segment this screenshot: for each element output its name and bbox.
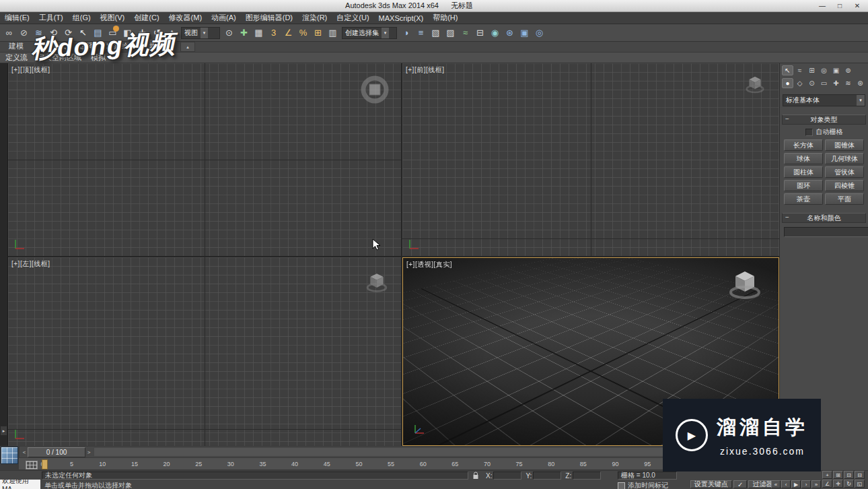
cat-helpers[interactable]: ✚ xyxy=(830,78,842,88)
unlink-selection-icon[interactable]: ⊘ xyxy=(17,26,31,40)
snaps-toggle-icon[interactable]: 3 xyxy=(266,26,281,40)
cat-shapes[interactable]: ◇ xyxy=(794,78,805,88)
graphite-ribbon-icon[interactable]: ▨ xyxy=(443,26,458,40)
maxscript-mini-listener[interactable]: 欢迎使用 MA xyxy=(0,480,40,489)
material-editor-icon[interactable]: ◉ xyxy=(488,26,502,40)
create-teapot-button[interactable]: 茶壶 xyxy=(784,193,823,205)
play-button[interactable]: ▶ xyxy=(791,480,801,488)
create-cylinder-button[interactable]: 圆柱体 xyxy=(784,166,823,178)
align-icon[interactable]: ≡ xyxy=(414,26,428,40)
tab-create[interactable]: ↖ xyxy=(782,65,793,75)
chevron-down-icon[interactable]: ▾ xyxy=(857,95,865,106)
spinner-snap-icon[interactable]: ⊞ xyxy=(311,26,325,40)
viewcube-gizmo[interactable] xyxy=(365,271,389,295)
object-name-input[interactable] xyxy=(784,227,868,237)
angle-snap-icon[interactable]: ∠ xyxy=(281,26,295,40)
named-selection-dropdown[interactable]: 创建选择集 ▾ xyxy=(342,27,397,39)
rollout-object-type[interactable]: − 对象类型 xyxy=(782,115,866,125)
viewport-front[interactable]: [+][前][线框] xyxy=(402,63,779,256)
cat-systems[interactable]: ⊛ xyxy=(855,78,866,88)
populate-define-flow-button[interactable]: 定义流 xyxy=(3,53,30,63)
use-pivot-center-icon[interactable]: ⊙ xyxy=(222,26,236,40)
coordinate-value[interactable] xyxy=(573,471,601,480)
create-cone-button[interactable]: 圆锥体 xyxy=(825,139,864,151)
tab-hierarchy[interactable]: ⊞ xyxy=(806,65,818,75)
menu-item[interactable]: 工具(T) xyxy=(34,13,68,23)
cat-geometry[interactable]: ● xyxy=(782,78,793,88)
zoom-extents-icon[interactable]: ⊡ xyxy=(844,471,854,479)
autogrid-checkbox[interactable] xyxy=(805,129,813,136)
close-button[interactable]: ✕ xyxy=(853,2,861,9)
maximize-viewport-icon[interactable]: ◱ xyxy=(855,480,865,488)
rail-expand-arrow-icon[interactable]: ▸ xyxy=(1,426,7,435)
create-tube-button[interactable]: 管状体 xyxy=(825,166,864,178)
create-plane-button[interactable]: 平面 xyxy=(825,193,864,205)
viewport-left[interactable]: [+][左][线框] xyxy=(8,257,401,446)
keyboard-override-icon[interactable]: ▦ xyxy=(252,26,266,40)
zoom-icon[interactable]: + xyxy=(822,471,832,479)
cat-lights[interactable]: ⊙ xyxy=(806,78,818,88)
chevron-down-icon[interactable]: ▾ xyxy=(382,28,389,38)
ribbon-tab-modeling[interactable]: 建模 xyxy=(3,40,30,52)
add-time-tag[interactable]: 添加时间标记 xyxy=(618,481,668,489)
rollout-name-color[interactable]: − 名称和颜色 xyxy=(782,213,866,223)
field-of-view-icon[interactable]: ∠ xyxy=(822,480,832,488)
render-production-icon[interactable]: ◎ xyxy=(532,26,546,40)
minimize-button[interactable]: — xyxy=(818,2,826,9)
viewcube-gizmo[interactable] xyxy=(359,74,390,105)
ribbon-minimize-button[interactable]: ▴ xyxy=(180,42,195,52)
menu-item[interactable]: MAXScript(X) xyxy=(374,14,429,22)
layer-manager-icon[interactable]: ▧ xyxy=(429,26,443,40)
render-setup-icon[interactable]: ⊛ xyxy=(503,26,517,40)
orbit-icon[interactable]: ↻ xyxy=(844,480,854,488)
tab-motion[interactable]: ◎ xyxy=(818,65,830,75)
viewport-top[interactable]: [+][顶][线框] xyxy=(8,63,401,256)
create-box-button[interactable]: 长方体 xyxy=(784,139,823,151)
next-frame-button[interactable]: › xyxy=(801,480,811,488)
coordinate-value[interactable] xyxy=(533,471,561,480)
maximize-button[interactable]: □ xyxy=(836,2,844,9)
cat-space-warps[interactable]: ≋ xyxy=(842,78,854,88)
reference-coordinate-dropdown[interactable]: 视图 ▾ xyxy=(181,27,220,39)
go-to-end-button[interactable]: » xyxy=(811,480,821,488)
menu-item[interactable]: 自定义(U) xyxy=(332,13,373,23)
percent-snap-icon[interactable]: % xyxy=(296,26,310,40)
create-geosphere-button[interactable]: 几何球体 xyxy=(825,153,864,164)
mini-grid-icon[interactable] xyxy=(26,461,38,469)
zoom-all-icon[interactable]: ⊞ xyxy=(833,471,843,479)
viewport-label-front[interactable]: [+][前][线框] xyxy=(406,65,445,75)
selection-lock-icon[interactable] xyxy=(472,471,479,480)
coordinate-input[interactable]: Y: xyxy=(526,471,561,480)
coordinate-input[interactable]: X: xyxy=(486,471,521,480)
viewcube-gizmo[interactable] xyxy=(744,74,766,96)
zoom-extents-all-icon[interactable]: ⊟ xyxy=(855,471,865,479)
previous-frame-button[interactable]: ‹ xyxy=(781,480,791,488)
menu-item[interactable]: 编辑(E) xyxy=(0,13,34,23)
menu-item[interactable]: 组(G) xyxy=(68,13,96,23)
viewcube-gizmo[interactable] xyxy=(727,267,762,302)
viewport-label-top[interactable]: [+][顶][线框] xyxy=(11,65,50,75)
rendered-frame-icon[interactable]: ▣ xyxy=(517,26,532,40)
trackbar-frame-marker[interactable] xyxy=(42,459,48,469)
edit-named-selections-icon[interactable]: ▥ xyxy=(326,26,340,40)
mirror-icon[interactable]: ◑ xyxy=(399,26,413,40)
viewport-label-left[interactable]: [+][左][线框] xyxy=(11,259,50,269)
go-to-start-button[interactable]: « xyxy=(771,480,781,488)
select-and-link-icon[interactable]: ∞ xyxy=(2,26,16,40)
create-sphere-button[interactable]: 球体 xyxy=(784,153,823,164)
schematic-view-icon[interactable]: ⊟ xyxy=(473,26,487,40)
viewport-label-perspective[interactable]: [+][透视][真实] xyxy=(406,260,452,269)
primitive-type-dropdown[interactable]: 标准基本体 ▾ xyxy=(783,94,865,106)
tab-modify[interactable]: ≈ xyxy=(794,65,805,75)
tab-utilities[interactable]: ⊚ xyxy=(842,65,854,75)
chevron-down-icon[interactable]: ▾ xyxy=(201,28,208,38)
previous-frame-arrow-icon[interactable]: < xyxy=(21,449,28,455)
curve-editor-icon[interactable]: ≈ xyxy=(458,26,472,40)
coordinate-value[interactable] xyxy=(493,471,521,480)
set-key-button[interactable]: 设置关键点 xyxy=(690,480,732,488)
menu-item[interactable]: 渲染(R) xyxy=(297,13,332,23)
cat-cameras[interactable]: ▭ xyxy=(818,78,830,88)
frame-indicator[interactable]: 0 / 100 xyxy=(28,447,85,457)
menu-item[interactable]: 修改器(M) xyxy=(164,13,207,23)
create-torus-button[interactable]: 圆环 xyxy=(784,180,823,191)
